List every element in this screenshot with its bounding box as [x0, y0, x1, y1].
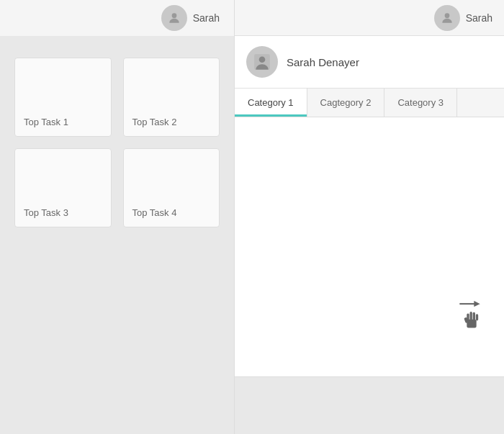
svg-point-3: [259, 56, 266, 63]
bottom-bar: [235, 376, 504, 434]
swipe-icon: [454, 290, 490, 333]
left-avatar: [161, 5, 187, 31]
tab-cat2[interactable]: Cagtegory 2: [307, 89, 385, 117]
task-card-label-4: Top Task 4: [132, 207, 177, 218]
swipe-hint: [454, 290, 490, 333]
tab-cat1[interactable]: Category 1: [235, 89, 307, 117]
tasks-grid: Top Task 1Top Task 2Top Task 3Top Task 4: [0, 43, 234, 242]
right-header: Sarah: [235, 0, 504, 36]
left-header: Sarah: [0, 0, 234, 36]
task-card-3[interactable]: Top Task 3: [14, 148, 112, 227]
tab-cat3[interactable]: Category 3: [384, 89, 457, 117]
svg-rect-10: [476, 314, 478, 320]
task-card-label-2: Top Task 2: [132, 117, 177, 127]
tabs-bar: Category 1Cagtegory 2Category 3: [235, 89, 504, 117]
svg-rect-6: [467, 320, 476, 328]
task-card-4[interactable]: Top Task 4: [123, 148, 220, 227]
svg-point-0: [171, 13, 176, 18]
task-card-label-3: Top Task 3: [24, 207, 68, 218]
right-panel: Sarah Sarah Denayer Category 1Cagtegory …: [234, 0, 504, 434]
left-panel: Sarah Top Task 1Top Task 2Top Task 3Top …: [0, 0, 234, 434]
svg-point-1: [444, 13, 449, 18]
right-avatar: [434, 5, 460, 31]
right-username: Sarah: [466, 12, 492, 24]
user-name: Sarah Denayer: [287, 56, 359, 68]
task-card-2[interactable]: Top Task 2: [123, 58, 220, 137]
svg-marker-5: [474, 301, 480, 307]
task-card-label-1: Top Task 1: [24, 117, 68, 127]
user-card: Sarah Denayer: [235, 36, 504, 89]
user-avatar: [246, 46, 278, 78]
task-card-1[interactable]: Top Task 1: [14, 58, 112, 137]
svg-rect-9: [473, 312, 475, 321]
tab-content: [235, 117, 504, 376]
left-username: Sarah: [193, 12, 220, 24]
svg-rect-8: [470, 312, 472, 321]
